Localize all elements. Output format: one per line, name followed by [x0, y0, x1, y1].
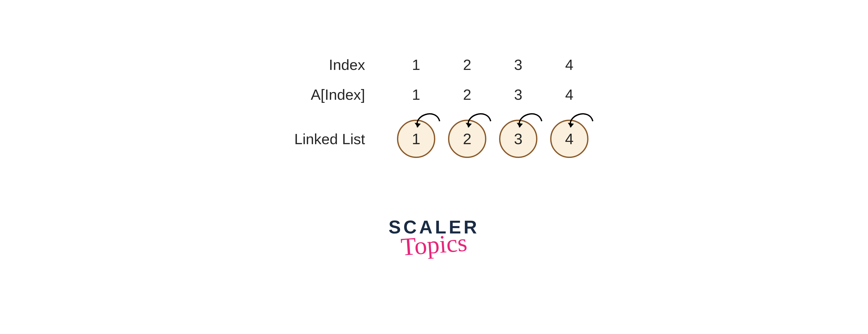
- self-loop-arrow-icon: [515, 107, 546, 130]
- index-value: 1: [391, 56, 442, 73]
- aindex-value: 4: [544, 86, 595, 103]
- node-wrap: 1: [391, 120, 442, 158]
- linked-list-label: Linked List: [273, 116, 391, 162]
- svg-marker-0: [414, 123, 421, 127]
- aindex-label: A[Index]: [273, 86, 391, 103]
- aindex-value: 3: [493, 86, 544, 103]
- node-wrap: 3: [493, 120, 544, 158]
- aindex-value: 1: [391, 86, 442, 103]
- index-label: Index: [273, 56, 391, 73]
- scaler-topics-logo: SCALER Topics: [389, 218, 479, 257]
- aindex-value: 2: [442, 86, 493, 103]
- linked-list-nodes: 1 2 3: [391, 120, 595, 158]
- svg-marker-2: [517, 123, 523, 127]
- aindex-values: 1 2 3 4: [391, 86, 595, 103]
- diagram: Index 1 2 3 4 A[Index] 1 2 3 4 Linked Li…: [273, 56, 595, 162]
- linked-list-row: Linked List 1 2: [273, 116, 595, 162]
- node-wrap: 4: [544, 120, 595, 158]
- index-value: 2: [442, 56, 493, 73]
- svg-marker-3: [568, 123, 574, 127]
- logo-bottom-text: Topics: [400, 230, 468, 260]
- self-loop-arrow-icon: [413, 107, 444, 130]
- index-row: Index 1 2 3 4: [273, 56, 595, 73]
- svg-marker-1: [466, 123, 472, 127]
- diagram-container: Index 1 2 3 4 A[Index] 1 2 3 4 Linked Li…: [0, 0, 868, 334]
- self-loop-arrow-icon: [566, 107, 597, 130]
- node-wrap: 2: [442, 120, 493, 158]
- self-loop-arrow-icon: [464, 107, 495, 130]
- index-value: 3: [493, 56, 544, 73]
- aindex-row: A[Index] 1 2 3 4: [273, 86, 595, 103]
- index-value: 4: [544, 56, 595, 73]
- index-values: 1 2 3 4: [391, 56, 595, 73]
